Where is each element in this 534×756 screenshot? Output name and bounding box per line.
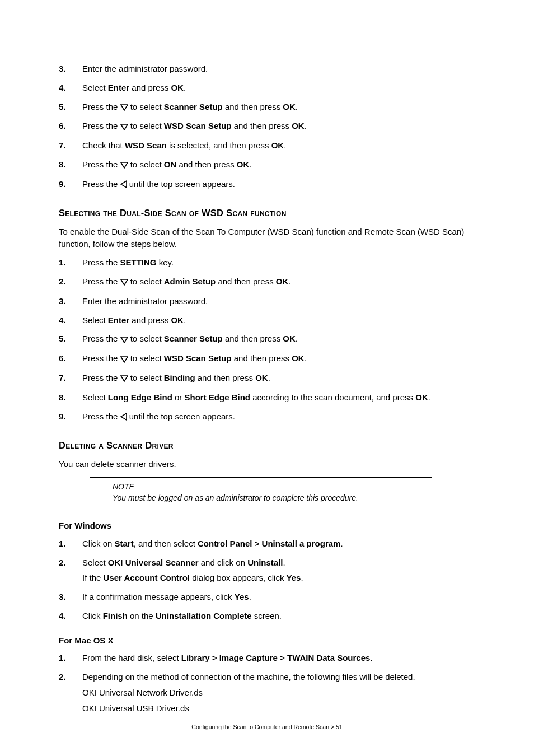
step-list-windows: 1.Click on Start, and then select Contro… [59, 538, 478, 622]
svg-marker-2 [121, 162, 128, 168]
down-arrow-icon [120, 353, 128, 366]
step-item: 8.Select Long Edge Bind or Short Edge Bi… [59, 391, 478, 404]
step-body: Select OKI Universal Scanner and click o… [82, 557, 478, 585]
step-body: Press the until the top screen appears. [82, 178, 478, 191]
step-item: 3.Enter the administrator password. [59, 295, 478, 307]
step-number: 4. [59, 82, 82, 94]
step-text: If a confirmation message appears, click… [82, 591, 478, 603]
step-body: Click on Start, and then select Control … [82, 538, 478, 550]
step-item: 7.Check that WSD Scan is selected, and t… [59, 139, 478, 152]
step-text: Enter the administrator password. [82, 63, 478, 75]
heading-for-windows: For Windows [59, 520, 478, 532]
step-body: Press the SETTING key. [82, 256, 478, 269]
step-number: 8. [59, 391, 82, 404]
step-text: Depending on the method of connection of… [82, 671, 478, 683]
down-arrow-icon [120, 372, 128, 385]
step-body: Select Enter and press OK. [82, 82, 478, 94]
step-body: Press the to select WSD Scan Setup and t… [82, 352, 478, 365]
step-item: 9.Press the until the top screen appears… [59, 178, 478, 191]
step-body: Press the to select ON and then press OK… [82, 158, 478, 171]
step-list-a: 3.Enter the administrator password.4.Sel… [59, 63, 478, 191]
step-body: Check that WSD Scan is selected, and the… [82, 139, 478, 152]
step-text: OKI Universal Network Driver.ds [82, 687, 478, 699]
step-item: 3.Enter the administrator password. [59, 63, 478, 75]
svg-marker-5 [121, 337, 128, 343]
step-text: Press the to select Scanner Setup and th… [82, 333, 478, 346]
step-item: 2.Select OKI Universal Scanner and click… [59, 557, 478, 585]
step-item: 2.Press the to select Admin Setup and th… [59, 276, 478, 288]
step-body: Enter the administrator password. [82, 295, 478, 307]
step-text: Select Enter and press OK. [82, 314, 478, 326]
step-item: 5.Press the to select Scanner Setup and … [59, 101, 478, 114]
step-item: 7.Press the to select Binding and then p… [59, 372, 478, 385]
step-text: From the hard disk, select Library > Ima… [82, 652, 478, 664]
down-arrow-icon [120, 159, 128, 171]
step-text: Select Long Edge Bind or Short Edge Bind… [82, 391, 478, 404]
step-body: If a confirmation message appears, click… [82, 591, 478, 603]
step-text: Press the to select Scanner Setup and th… [82, 101, 478, 114]
step-body: Press the to select Scanner Setup and th… [82, 333, 478, 346]
left-arrow-icon [120, 179, 127, 191]
svg-marker-8 [121, 413, 127, 420]
step-body: Press the to select WSD Scan Setup and t… [82, 120, 478, 133]
svg-marker-1 [121, 124, 128, 130]
step-body: From the hard disk, select Library > Ima… [82, 652, 478, 664]
left-arrow-icon [120, 411, 127, 423]
step-text: Press the until the top screen appears. [82, 178, 478, 191]
para-delete: You can delete scanner drivers. [59, 458, 478, 470]
step-item: 6.Press the to select WSD Scan Setup and… [59, 120, 478, 133]
step-number: 8. [59, 158, 82, 171]
step-text: OKI Universal USB Driver.ds [82, 702, 478, 715]
step-text: Press the to select WSD Scan Setup and t… [82, 352, 478, 365]
heading-deleting-driver: Deleting a Scanner Driver [59, 439, 478, 452]
step-number: 3. [59, 63, 82, 75]
step-text: Press the until the top screen appears. [82, 410, 478, 423]
step-number: 6. [59, 352, 82, 365]
step-number: 1. [59, 538, 82, 550]
step-item: 3.If a confirmation message appears, cli… [59, 591, 478, 603]
step-number: 1. [59, 256, 82, 269]
step-number: 2. [59, 671, 82, 714]
step-body: Press the to select Binding and then pre… [82, 372, 478, 385]
step-text: Press the to select Binding and then pre… [82, 372, 478, 385]
step-number: 4. [59, 610, 82, 622]
step-text: Press the to select Admin Setup and then… [82, 276, 478, 288]
step-number: 4. [59, 314, 82, 326]
heading-dual-side-scan: Selecting the Dual-Side Scan of WSD Scan… [59, 207, 478, 220]
note-title: NOTE [113, 481, 432, 492]
page-footer: Configuring the Scan to Computer and Rem… [0, 723, 534, 731]
step-body: Enter the administrator password. [82, 63, 478, 75]
step-body: Click Finish on the Uninstallation Compl… [82, 610, 478, 622]
note-text: You must be logged on as an administrato… [113, 492, 432, 503]
step-item: 8.Press the to select ON and then press … [59, 158, 478, 171]
step-item: 1.From the hard disk, select Library > I… [59, 652, 478, 664]
step-number: 9. [59, 410, 82, 423]
para-dual-side: To enable the Dual-Side Scan of the Scan… [59, 226, 478, 250]
step-number: 3. [59, 591, 82, 603]
step-text: Press the to select WSD Scan Setup and t… [82, 120, 478, 133]
note-block: NOTE You must be logged on as an adminis… [90, 477, 432, 508]
step-number: 6. [59, 120, 82, 133]
step-item: 4.Click Finish on the Uninstallation Com… [59, 610, 478, 622]
step-text: If the User Account Control dialog box a… [82, 572, 478, 584]
step-item: 1.Press the SETTING key. [59, 256, 478, 269]
step-number: 9. [59, 178, 82, 191]
step-text: Click Finish on the Uninstallation Compl… [82, 610, 478, 622]
step-number: 1. [59, 652, 82, 664]
step-text: Press the SETTING key. [82, 256, 478, 269]
step-number: 3. [59, 295, 82, 307]
step-body: Depending on the method of connection of… [82, 671, 478, 714]
step-body: Press the to select Scanner Setup and th… [82, 101, 478, 114]
step-number: 7. [59, 139, 82, 152]
step-item: 5.Press the to select Scanner Setup and … [59, 333, 478, 346]
step-item: 4.Select Enter and press OK. [59, 82, 478, 94]
step-body: Select Long Edge Bind or Short Edge Bind… [82, 391, 478, 404]
step-text: Press the to select ON and then press OK… [82, 158, 478, 171]
step-body: Select Enter and press OK. [82, 314, 478, 326]
step-item: 2.Depending on the method of connection … [59, 671, 478, 714]
step-list-b: 1.Press the SETTING key.2.Press the to s… [59, 256, 478, 423]
step-number: 2. [59, 557, 82, 585]
step-number: 7. [59, 372, 82, 385]
step-text: Select OKI Universal Scanner and click o… [82, 557, 478, 569]
heading-for-macosx: For Mac OS X [59, 634, 478, 647]
